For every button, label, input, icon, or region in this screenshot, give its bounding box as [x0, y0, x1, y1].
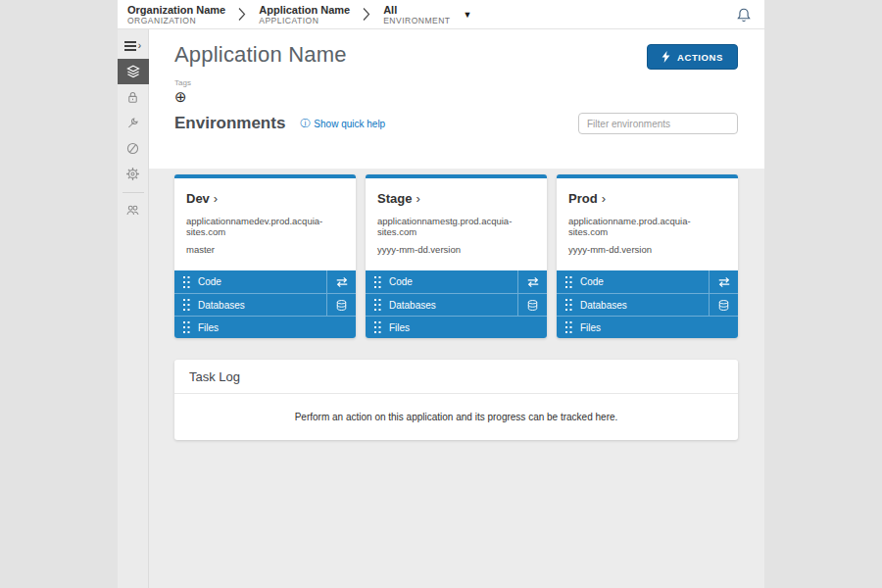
quick-help-label: Show quick help	[314, 119, 385, 129]
breadcrumb-application-subtitle: APPLICATION	[259, 16, 350, 25]
show-quick-help-link[interactable]: ⓘ Show quick help	[300, 117, 385, 130]
row-label-code: Code	[198, 276, 221, 287]
swap-arrows-icon	[335, 276, 349, 288]
breadcrumb-separator-icon	[363, 7, 370, 22]
sidebar-expand-chevron-icon: ›	[138, 41, 141, 51]
sidebar-item-team[interactable]	[118, 197, 149, 222]
environment-version: yyyy-mm-dd.version	[568, 244, 726, 255]
notifications-bell-icon[interactable]	[736, 7, 752, 27]
swap-arrows-icon	[717, 276, 731, 288]
top-bar: Organization Name ORGANIZATION Applicati…	[118, 0, 764, 29]
environment-card-dev: Dev › applicationnamedev.prod.acquia-sit…	[174, 174, 356, 338]
environment-row-databases[interactable]: Databases	[174, 293, 356, 316]
copy-databases-button[interactable]	[326, 294, 356, 316]
row-label-databases: Databases	[580, 300, 627, 311]
environment-domain: applicationname.prod.acquia-sites.com	[568, 216, 726, 237]
drag-handle-icon[interactable]	[557, 321, 580, 333]
copy-databases-button[interactable]	[709, 294, 738, 316]
sidebar-item-keys[interactable]	[118, 110, 149, 135]
drag-handle-icon[interactable]	[557, 299, 580, 311]
breadcrumb-organization-title: Organization Name	[127, 4, 225, 16]
gauge-icon	[125, 141, 140, 156]
environment-row-databases[interactable]: Databases	[366, 293, 547, 316]
drag-handle-icon[interactable]	[366, 276, 389, 288]
sidebar-item-security[interactable]	[118, 84, 149, 110]
environment-version: yyyy-mm-dd.version	[377, 244, 535, 255]
sidebar-item-metrics[interactable]	[118, 135, 149, 161]
application-header: Application Name ACTIONS Tags ⊕ Environm…	[149, 29, 764, 169]
row-label-code: Code	[389, 276, 413, 287]
environment-name: Stage	[377, 191, 412, 206]
breadcrumb-environment[interactable]: All ENVIRONMENT	[383, 4, 450, 25]
add-tag-button[interactable]: ⊕	[174, 89, 187, 104]
drag-handle-icon[interactable]	[174, 299, 198, 311]
copy-databases-button[interactable]	[517, 294, 547, 316]
drag-handle-icon[interactable]	[557, 276, 580, 288]
environment-name-link[interactable]: Prod ›	[568, 191, 606, 206]
tags-section: Tags ⊕	[174, 78, 738, 106]
drag-handle-icon[interactable]	[174, 276, 198, 288]
environment-card-stage: Stage › applicationnamestg.prod.acquia-s…	[366, 174, 547, 338]
chevron-right-icon: ›	[214, 191, 218, 206]
environment-card-header: Prod › applicationname.prod.acquia-sites…	[557, 178, 738, 270]
row-label-files: Files	[389, 322, 410, 333]
drag-handle-icon[interactable]	[366, 299, 389, 311]
sidebar-item-environments[interactable]	[118, 59, 149, 84]
swap-arrows-icon	[526, 276, 540, 288]
hamburger-icon: ›	[124, 41, 141, 51]
chevron-right-icon: ›	[602, 191, 606, 206]
lightning-bolt-icon	[662, 51, 670, 63]
environment-card-header: Stage › applicationnamestg.prod.acquia-s…	[366, 178, 547, 270]
environments-heading: Environments	[174, 114, 285, 133]
breadcrumb-application[interactable]: Application Name APPLICATION	[259, 4, 350, 25]
gear-icon	[125, 167, 140, 181]
environment-row-code[interactable]: Code	[174, 270, 356, 293]
sidebar-item-settings[interactable]	[118, 161, 149, 186]
environment-name: Dev	[186, 191, 210, 206]
deploy-code-button[interactable]	[517, 270, 547, 293]
task-log-empty-message: Perform an action on this application an…	[174, 394, 738, 440]
environment-name-link[interactable]: Stage ›	[377, 191, 420, 206]
team-users-icon	[125, 203, 140, 218]
environment-name-link[interactable]: Dev ›	[186, 191, 218, 206]
main-content: Application Name ACTIONS Tags ⊕ Environm…	[149, 29, 764, 588]
environment-row-code[interactable]: Code	[557, 270, 738, 293]
environment-row-databases[interactable]: Databases	[557, 293, 738, 316]
chevron-right-icon: ›	[416, 191, 419, 206]
breadcrumb-organization[interactable]: Organization Name ORGANIZATION	[127, 4, 225, 25]
row-label-code: Code	[580, 276, 604, 287]
filter-environments-input[interactable]	[578, 113, 738, 134]
environment-dropdown-caret-icon[interactable]: ▼	[463, 9, 471, 20]
breadcrumb-environment-subtitle: ENVIRONMENT	[383, 16, 450, 25]
sidebar-menu-toggle[interactable]: ›	[118, 33, 149, 59]
environment-card-header: Dev › applicationnamedev.prod.acquia-sit…	[174, 178, 356, 270]
deploy-code-button[interactable]	[709, 270, 738, 293]
environment-row-files[interactable]: Files	[557, 316, 738, 338]
actions-button-label: ACTIONS	[677, 52, 723, 63]
row-label-databases: Databases	[198, 300, 245, 311]
lock-icon	[125, 90, 140, 105]
breadcrumb-environment-title: All	[383, 4, 450, 16]
environment-row-code[interactable]: Code	[366, 270, 547, 293]
sidebar-divider	[122, 192, 144, 193]
breadcrumb-separator-icon	[238, 7, 246, 22]
drag-handle-icon[interactable]	[174, 321, 198, 333]
environment-row-files[interactable]: Files	[174, 316, 356, 338]
breadcrumb-application-title: Application Name	[259, 4, 350, 16]
environment-row-files[interactable]: Files	[366, 316, 547, 338]
drag-handle-icon[interactable]	[366, 321, 389, 333]
environment-name: Prod	[568, 191, 598, 206]
environment-domain: applicationnamedev.prod.acquia-sites.com	[186, 216, 344, 237]
info-icon: ⓘ	[300, 117, 310, 130]
actions-button[interactable]: ACTIONS	[647, 44, 738, 70]
deploy-code-button[interactable]	[326, 270, 356, 293]
row-label-databases: Databases	[389, 300, 436, 311]
environment-cards: Dev › applicationnamedev.prod.acquia-sit…	[149, 169, 764, 338]
stack-layers-icon	[125, 64, 141, 79]
environment-card-prod: Prod › applicationname.prod.acquia-sites…	[557, 174, 738, 338]
wrench-icon	[125, 116, 140, 130]
row-label-files: Files	[580, 322, 601, 333]
page-title: Application Name	[174, 42, 347, 68]
row-label-files: Files	[198, 322, 219, 333]
environment-domain: applicationnamestg.prod.acquia-sites.com	[377, 216, 535, 237]
